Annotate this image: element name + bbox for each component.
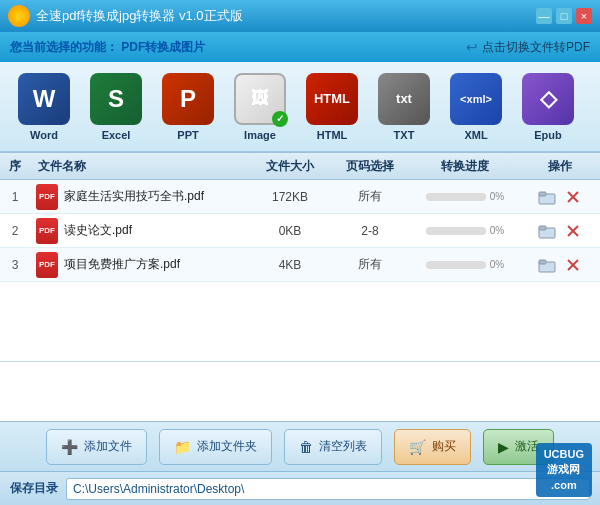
table-row: 2 PDF 读史论文.pdf 0KB 2-8 0%: [0, 214, 600, 248]
row-ops: [520, 221, 600, 241]
clear-icon: 🗑: [299, 439, 313, 455]
clear-list-button[interactable]: 🗑 清空列表: [284, 429, 382, 465]
goto-pdf-button[interactable]: ↩ 点击切换文件转PDF: [466, 39, 590, 56]
row-progress: 0%: [410, 259, 520, 270]
row-progress: 0%: [410, 225, 520, 236]
svg-rect-1: [539, 192, 546, 196]
open-folder-button[interactable]: [537, 221, 557, 241]
icon-toolbar: W Word S Excel P PPT 🖼 Image: [0, 62, 600, 152]
clear-list-label: 清空列表: [319, 438, 367, 455]
col-header-pages: 页码选择: [330, 158, 410, 175]
table-area: 1 PDF 家庭生活实用技巧全书.pdf 172KB 所有 0%: [0, 180, 600, 421]
progress-bar-bg: [426, 193, 486, 201]
html-label: HTML: [317, 129, 348, 141]
tool-image[interactable]: 🖼 Image: [226, 68, 294, 146]
current-func-display: 您当前选择的功能： PDF转换成图片: [10, 39, 205, 56]
row-seq: 2: [0, 224, 30, 238]
pdf-file-icon: PDF: [36, 252, 58, 278]
minimize-button[interactable]: —: [536, 8, 552, 24]
open-folder-button[interactable]: [537, 255, 557, 275]
open-folder-button[interactable]: [537, 187, 557, 207]
maximize-button[interactable]: □: [556, 8, 572, 24]
progress-text: 0%: [490, 225, 504, 236]
title-bar: ⚡ 全速pdf转换成jpg转换器 v1.0正式版 — □ ×: [0, 0, 600, 32]
progress-bar-bg: [426, 227, 486, 235]
add-folder-icon: 📁: [174, 439, 191, 455]
col-header-size: 文件大小: [250, 158, 330, 175]
add-folder-label: 添加文件夹: [197, 438, 257, 455]
save-dir-input[interactable]: [66, 478, 590, 500]
file-name: 家庭生活实用技巧全书.pdf: [64, 188, 204, 205]
row-seq: 3: [0, 258, 30, 272]
add-file-icon: ➕: [61, 439, 78, 455]
col-header-seq: 序: [0, 158, 30, 175]
add-file-label: 添加文件: [84, 438, 132, 455]
add-file-button[interactable]: ➕ 添加文件: [46, 429, 147, 465]
word-label: Word: [30, 129, 58, 141]
row-size: 172KB: [250, 190, 330, 204]
row-name: PDF 读史论文.pdf: [30, 218, 250, 244]
row-ops: [520, 255, 600, 275]
tool-txt[interactable]: txt TXT: [370, 68, 438, 146]
buy-button[interactable]: 🛒 购买: [394, 429, 471, 465]
row-pages: 2-8: [330, 224, 410, 238]
add-folder-button[interactable]: 📁 添加文件夹: [159, 429, 272, 465]
tool-xml[interactable]: <xml> XML: [442, 68, 510, 146]
excel-icon: S: [90, 73, 142, 125]
epub-icon: ◇: [522, 73, 574, 125]
tool-html[interactable]: HTML HTML: [298, 68, 366, 146]
html-icon: HTML: [306, 73, 358, 125]
tool-epub[interactable]: ◇ Epub: [514, 68, 582, 146]
save-dir-row: 保存目录: [0, 471, 600, 505]
pdf-file-icon: PDF: [36, 218, 58, 244]
tool-ppt[interactable]: P PPT: [154, 68, 222, 146]
row-progress: 0%: [410, 191, 520, 202]
current-func-label: 您当前选择的功能：: [10, 40, 118, 54]
empty-table-area: [0, 282, 600, 362]
row-pages: 所有: [330, 188, 410, 205]
app-logo: ⚡: [8, 5, 30, 27]
excel-label: Excel: [102, 129, 131, 141]
arrow-back-icon: ↩: [466, 39, 478, 55]
row-seq: 1: [0, 190, 30, 204]
txt-icon: txt: [378, 73, 430, 125]
progress-text: 0%: [490, 191, 504, 202]
buy-icon: 🛒: [409, 439, 426, 455]
col-header-progress: 转换进度: [410, 158, 520, 175]
watermark-line1: UCBUG: [544, 448, 584, 460]
ppt-label: PPT: [177, 129, 198, 141]
tool-word[interactable]: W Word: [10, 68, 78, 146]
toolbar-row: 您当前选择的功能： PDF转换成图片 ↩ 点击切换文件转PDF: [0, 32, 600, 62]
table-row: 1 PDF 家庭生活实用技巧全书.pdf 172KB 所有 0%: [0, 180, 600, 214]
row-pages: 所有: [330, 256, 410, 273]
save-dir-label: 保存目录: [10, 480, 58, 497]
file-name: 读史论文.pdf: [64, 222, 132, 239]
progress-text: 0%: [490, 259, 504, 270]
row-name: PDF 家庭生活实用技巧全书.pdf: [30, 184, 250, 210]
close-button[interactable]: ×: [576, 8, 592, 24]
delete-row-button[interactable]: [563, 187, 583, 207]
row-size: 0KB: [250, 224, 330, 238]
watermark-line2: 游戏网: [547, 463, 580, 475]
col-header-ops: 操作: [520, 158, 600, 175]
delete-row-button[interactable]: [563, 221, 583, 241]
watermark-line3: .com: [551, 479, 577, 491]
ppt-icon: P: [162, 73, 214, 125]
row-name: PDF 项目免费推广方案.pdf: [30, 252, 250, 278]
table-header: 序 文件名称 文件大小 页码选择 转换进度 操作: [0, 152, 600, 180]
epub-label: Epub: [534, 129, 562, 141]
image-icon: 🖼: [234, 73, 286, 125]
activate-icon: ▶: [498, 439, 509, 455]
word-icon: W: [18, 73, 70, 125]
watermark: UCBUG 游戏网 .com: [536, 443, 592, 497]
bottom-buttons: ➕ 添加文件 📁 添加文件夹 🗑 清空列表 🛒 购买 ▶ 激活: [0, 421, 600, 471]
tool-excel[interactable]: S Excel: [82, 68, 150, 146]
row-ops: [520, 187, 600, 207]
title-bar-left: ⚡ 全速pdf转换成jpg转换器 v1.0正式版: [8, 5, 243, 27]
row-size: 4KB: [250, 258, 330, 272]
delete-row-button[interactable]: [563, 255, 583, 275]
svg-rect-5: [539, 226, 546, 230]
buy-label: 购买: [432, 438, 456, 455]
txt-label: TXT: [394, 129, 415, 141]
image-label: Image: [244, 129, 276, 141]
